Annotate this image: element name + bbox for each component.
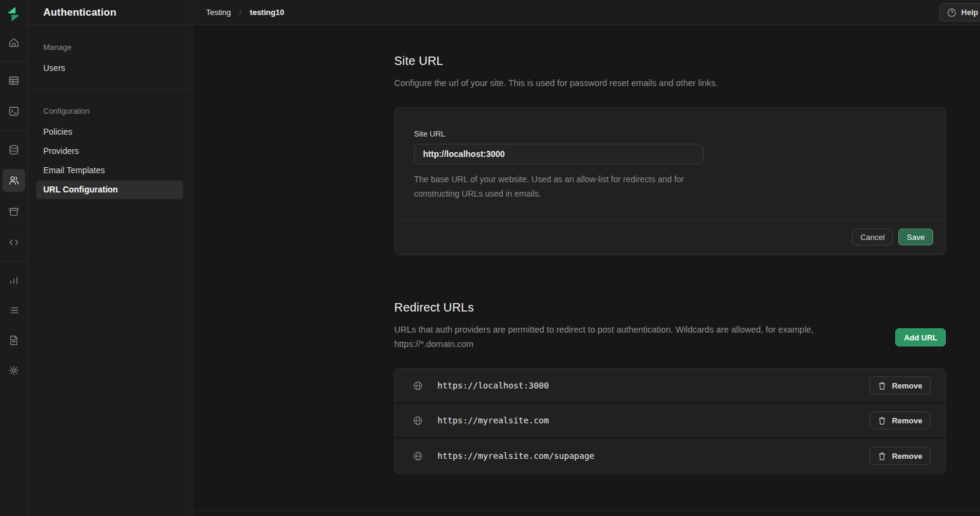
- site-url-heading: Site URL: [394, 54, 946, 68]
- sidebar-item-policies[interactable]: Policies: [36, 123, 183, 141]
- edge-functions-icon[interactable]: [0, 227, 28, 257]
- remove-url-button[interactable]: Remove: [869, 376, 931, 395]
- globe-icon: [413, 451, 423, 461]
- redirect-url-row: https://myrealsite.com Remove: [395, 404, 945, 438]
- icon-rail: [0, 0, 28, 516]
- sidebar-header: Authentication: [28, 0, 192, 25]
- site-url-field-help: The base URL of your website. Used as an…: [414, 172, 717, 201]
- content-bottom-divider: [192, 510, 980, 511]
- storage-icon[interactable]: [0, 196, 28, 227]
- database-icon[interactable]: [0, 135, 28, 165]
- redirect-url-list: https://localhost:3000 Remove https://my…: [394, 368, 946, 474]
- page-title: Authentication: [43, 7, 117, 19]
- globe-icon: [413, 416, 423, 426]
- home-icon[interactable]: [0, 28, 28, 58]
- sidebar-item-email-templates[interactable]: Email Templates: [36, 161, 183, 180]
- redirect-urls-heading: Redirect URLs: [394, 301, 946, 315]
- redirect-url-value: https://myrealsite.com/supapage: [437, 451, 869, 461]
- site-url-card-footer: Cancel Save: [395, 219, 945, 254]
- redirect-urls-section: Redirect URLs URLs that auth providers a…: [394, 301, 946, 474]
- settings-gear-icon[interactable]: [0, 355, 28, 385]
- globe-icon: [413, 381, 423, 391]
- cancel-button[interactable]: Cancel: [852, 229, 893, 245]
- trash-icon: [878, 381, 886, 390]
- site-url-card: Site URL The base URL of your website. U…: [394, 107, 946, 255]
- help-button-label: Help: [961, 8, 978, 17]
- auth-sidebar: Authentication Manage Users Configuratio…: [28, 0, 192, 516]
- trash-icon: [878, 452, 886, 461]
- rail-divider: [0, 131, 28, 131]
- top-bar: Testing / testing10 Help: [192, 0, 980, 25]
- breadcrumb-separator: /: [239, 8, 242, 17]
- site-url-description: Configure the url of your site. This is …: [394, 76, 946, 90]
- remove-url-button[interactable]: Remove: [869, 447, 931, 465]
- remove-button-label: Remove: [892, 452, 922, 461]
- remove-button-label: Remove: [892, 381, 922, 390]
- sidebar-divider: [28, 90, 192, 90]
- breadcrumb-project[interactable]: Testing: [206, 8, 231, 17]
- save-button[interactable]: Save: [898, 229, 933, 245]
- logs-icon[interactable]: [0, 295, 28, 325]
- sidebar-item-users[interactable]: Users: [36, 59, 183, 78]
- help-icon: [947, 8, 957, 17]
- rail-divider: [0, 61, 28, 62]
- add-url-button[interactable]: Add URL: [895, 328, 946, 346]
- nav-section-manage: Manage: [43, 40, 183, 55]
- remove-url-button[interactable]: Remove: [869, 411, 931, 429]
- site-url-input[interactable]: [414, 144, 704, 164]
- site-url-section: Site URL Configure the url of your site.…: [394, 54, 946, 255]
- reports-icon[interactable]: [0, 265, 28, 295]
- table-editor-icon[interactable]: [0, 66, 28, 96]
- trash-icon: [878, 416, 886, 425]
- sidebar-nav: Manage Users Configuration Policies Prov…: [28, 25, 192, 199]
- auth-users-icon[interactable]: [0, 165, 28, 196]
- sidebar-item-url-configuration[interactable]: URL Configuration: [36, 180, 183, 199]
- help-button[interactable]: Help: [939, 3, 980, 22]
- supabase-logo[interactable]: [0, 0, 27, 28]
- api-docs-icon[interactable]: [0, 325, 28, 355]
- remove-button-label: Remove: [892, 416, 922, 425]
- sidebar-item-providers[interactable]: Providers: [36, 142, 183, 161]
- redirect-url-value: https://myrealsite.com: [437, 416, 869, 425]
- site-url-field-label: Site URL: [414, 129, 926, 138]
- rail-divider: [0, 261, 28, 262]
- breadcrumb-branch[interactable]: testing10: [250, 8, 284, 17]
- sql-editor-icon[interactable]: [0, 96, 28, 127]
- redirect-url-row: https://myrealsite.com/supapage Remove: [395, 438, 945, 473]
- main-content: Site URL Configure the url of your site.…: [192, 25, 980, 516]
- redirect-urls-description: URLs that auth providers are permitted t…: [394, 322, 869, 351]
- redirect-url-row: https://localhost:3000 Remove: [395, 369, 945, 404]
- nav-section-configuration: Configuration: [43, 103, 183, 119]
- redirect-url-value: https://localhost:3000: [437, 381, 869, 390]
